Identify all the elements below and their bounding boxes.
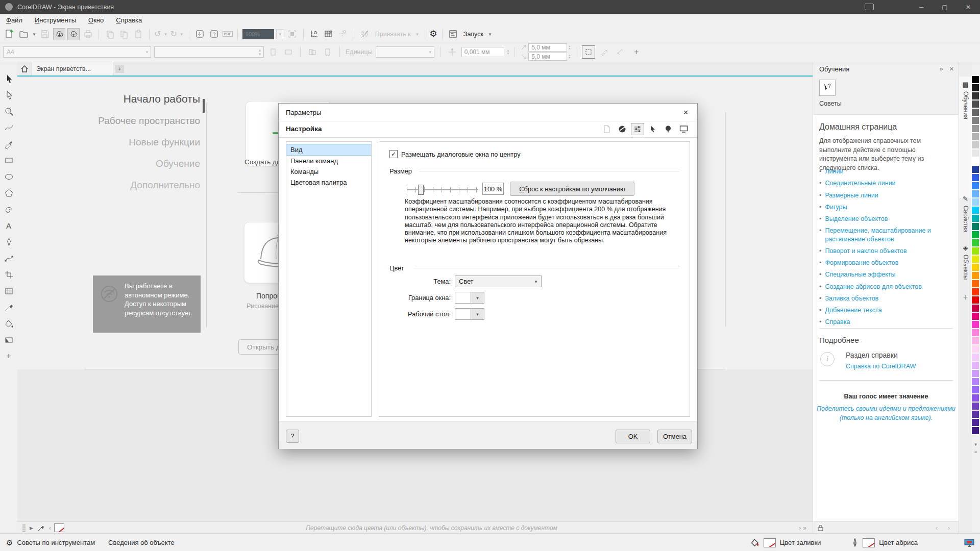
panel-nav-arrows[interactable]: ‹ › — [936, 524, 954, 532]
tab-properties[interactable]: ✎ Свойства — [959, 191, 972, 233]
grid-icon[interactable] — [323, 28, 335, 40]
palette-swatch[interactable] — [971, 206, 979, 214]
palette-swatch[interactable] — [971, 329, 979, 337]
pick-tool[interactable] — [4, 73, 14, 84]
feedback-link-line2[interactable]: (только на английском языке). — [813, 414, 959, 421]
undo-dropdown-icon[interactable]: ▾ — [163, 32, 168, 37]
balloon-options-icon[interactable] — [662, 123, 675, 135]
cut-icon[interactable] — [104, 28, 116, 40]
fullscreen-icon[interactable] — [286, 28, 299, 40]
desktop-color-picker[interactable]: ▾ — [455, 308, 484, 320]
rectangle-tool[interactable] — [4, 155, 14, 165]
palette-swatch[interactable] — [971, 182, 979, 190]
add-tool-button[interactable]: + — [4, 351, 14, 361]
landscape-icon[interactable] — [282, 46, 295, 58]
minimize-button[interactable]: ─ — [910, 0, 933, 14]
dialog-help-button[interactable]: ? — [286, 430, 299, 443]
palette-swatch[interactable] — [971, 239, 979, 247]
new-tab-button[interactable]: + — [115, 65, 124, 73]
current-page-icon[interactable] — [322, 46, 334, 58]
import-icon[interactable] — [194, 28, 206, 40]
launch-label[interactable]: Запуск — [461, 31, 485, 38]
nav-getting-started[interactable]: Начало работы — [68, 93, 200, 105]
text-tool[interactable]: A — [4, 220, 14, 231]
list-item[interactable]: •Выделение объектов — [819, 215, 955, 223]
tips-label[interactable]: Советы — [819, 100, 842, 107]
object-info-label[interactable]: Сведения об объекте — [108, 539, 175, 546]
home-tab-icon[interactable] — [17, 62, 32, 76]
palette-expand-icon[interactable]: » — [971, 449, 980, 455]
list-item[interactable]: •Специальные эффекты — [819, 270, 955, 279]
tree-item-command-bars[interactable]: Панели команд — [286, 156, 371, 166]
mesh-fill-tool[interactable] — [4, 286, 14, 296]
palette-swatch[interactable] — [971, 280, 979, 288]
palette-scroll-left-icon[interactable]: ‹ — [49, 524, 51, 532]
palette-swatch[interactable] — [971, 304, 979, 312]
palette-swatch[interactable] — [971, 369, 979, 378]
tab-objects[interactable]: ◈ Объекты — [959, 240, 972, 280]
spiral-tool[interactable] — [4, 204, 14, 214]
print-icon[interactable] — [82, 28, 94, 40]
feedback-link-line1[interactable]: Поделитесь своими идеями и предложениями — [813, 405, 959, 412]
options-gear-icon[interactable]: ⚙ — [430, 30, 437, 38]
open-dropdown-icon[interactable]: ▾ — [32, 32, 37, 37]
palette-swatch[interactable] — [971, 263, 979, 271]
palette-swatch[interactable] — [971, 100, 979, 108]
artistic-media-tool[interactable] — [4, 139, 14, 149]
palette-swatch[interactable] — [971, 231, 979, 239]
list-item[interactable]: •Линии — [819, 167, 955, 176]
zoom-tool[interactable] — [4, 106, 14, 116]
freehand-tool[interactable] — [4, 122, 14, 133]
page-size-combo[interactable]: ▴▾ — [154, 46, 264, 58]
copy-icon[interactable] — [118, 28, 130, 40]
display-options-icon[interactable] — [677, 123, 690, 135]
treat-as-filled-toggle[interactable] — [582, 45, 595, 59]
all-pages-icon[interactable] — [306, 46, 318, 58]
status-gear-icon[interactable]: ⚙ — [6, 539, 13, 546]
palette-scroll-right-icon[interactable]: › — [799, 524, 801, 532]
dialog-close-button[interactable]: ✕ — [674, 105, 697, 120]
list-item[interactable]: •Фигуры — [819, 203, 955, 211]
palette-swatch[interactable] — [971, 214, 979, 222]
palette-swatch[interactable] — [971, 255, 979, 263]
zoom-dropdown-icon[interactable]: ▾ — [276, 29, 284, 39]
palette-swatch[interactable] — [971, 247, 979, 255]
publish-pdf-icon[interactable]: PDF — [223, 31, 233, 37]
add-docker-button[interactable]: + — [959, 293, 972, 302]
tree-item-commands[interactable]: Команды — [286, 166, 371, 177]
help-link[interactable]: Справка по CorelDRAW — [846, 363, 916, 370]
palette-swatch[interactable] — [971, 157, 979, 165]
close-button[interactable]: ✕ — [957, 0, 980, 14]
center-dialogs-checkbox[interactable]: ✓ — [389, 150, 398, 158]
panel-collapse-icon[interactable]: » — [940, 65, 943, 72]
no-color-swatch[interactable] — [54, 523, 64, 532]
customization-options-icon[interactable] — [631, 123, 644, 135]
rulers-icon[interactable] — [308, 28, 321, 40]
scale-value-field[interactable]: 100 % — [482, 183, 504, 195]
launch-dropdown-icon[interactable]: ▾ — [487, 32, 493, 37]
tree-item-color-palette[interactable]: Цветовая палитра — [286, 177, 371, 188]
nav-workspace[interactable]: Рабочее пространство — [68, 115, 200, 127]
palette-swatch[interactable] — [971, 296, 979, 304]
palette-swatch[interactable] — [971, 165, 979, 173]
nudge-field[interactable]: 0,001 мм — [461, 47, 504, 57]
palette-swatch[interactable] — [971, 222, 979, 231]
palette-swatch[interactable] — [971, 92, 979, 100]
new-document-label[interactable]: Создать док — [244, 158, 283, 166]
palette-more-icon[interactable]: » — [803, 524, 806, 532]
cloud-download-icon[interactable] — [53, 28, 65, 40]
list-item[interactable]: •Соединительные линии — [819, 179, 955, 187]
palette-swatch[interactable] — [971, 378, 979, 386]
palette-swatch[interactable] — [971, 337, 979, 345]
pen-tool[interactable] — [4, 237, 14, 247]
tab-learning[interactable]: ▤ Обучения — [959, 77, 972, 198]
snap-off-icon[interactable] — [359, 28, 371, 40]
eyedropper-tool[interactable] — [4, 302, 14, 312]
nudge-stepper[interactable]: ▴▾ — [507, 49, 509, 56]
duplicate-x-field[interactable]: 5,0 мм — [528, 43, 567, 52]
reset-defaults-button[interactable]: Сброс к настройкам по умолчанию — [510, 182, 634, 196]
window-border-color-picker[interactable]: ▾ — [455, 292, 484, 304]
open-icon[interactable] — [17, 28, 30, 40]
palette-swatch[interactable] — [971, 149, 979, 157]
maximize-button[interactable]: ▢ — [933, 0, 957, 14]
